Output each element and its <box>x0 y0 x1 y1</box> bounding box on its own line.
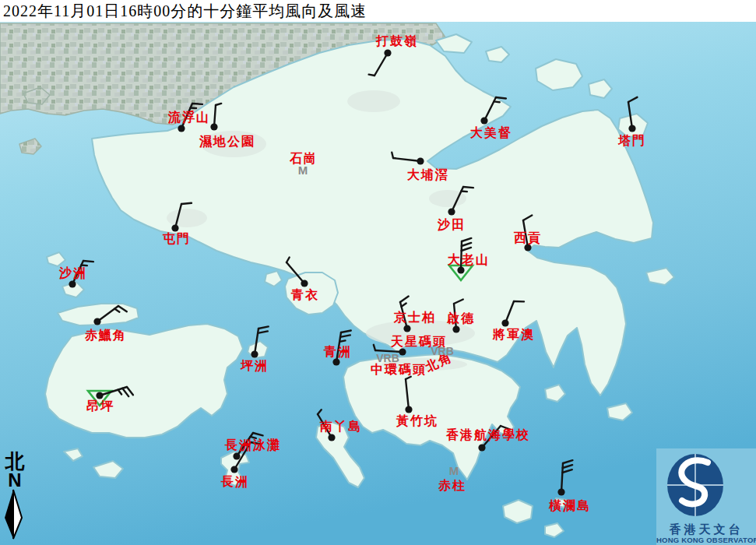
variable-wind-marker: VRB <box>376 352 399 364</box>
station-label: 啟德 <box>446 311 475 325</box>
station-dot <box>210 123 217 130</box>
station-label: 青洲 <box>323 344 352 359</box>
compass-needle-icon <box>2 489 28 540</box>
wind-barb-half <box>339 340 345 341</box>
no-data-marker: M <box>449 464 459 477</box>
hko-logo: 香港天文台 HONG KONG OBSERVATORY <box>656 448 756 545</box>
station-label: 長洲泳灘 <box>224 438 281 452</box>
station-label: 赤鱲角 <box>84 328 127 343</box>
station-dot <box>417 157 424 164</box>
station-dot <box>557 488 564 495</box>
station-label: 京士柏 <box>393 310 436 325</box>
station-label: 沙田 <box>437 217 466 232</box>
no-data-marker: M <box>298 164 308 177</box>
station-dot <box>452 325 459 332</box>
station-label: 大美督 <box>470 125 512 140</box>
wind-barb-full <box>496 97 506 98</box>
title-bar: 2022年11月01日16時00分的十分鐘平均風向及風速 <box>0 0 756 22</box>
wind-barb-full <box>463 187 473 188</box>
station-label: 香港航海學校 <box>445 427 530 442</box>
station-dot <box>448 208 455 215</box>
station-dot <box>480 117 487 124</box>
station-label: 屯門 <box>162 231 191 246</box>
station-label: 青衣 <box>290 287 319 302</box>
station-dot <box>403 325 410 332</box>
station-label: 昂坪 <box>86 399 114 413</box>
station-label: 流浮山 <box>167 110 210 125</box>
hko-logo-icon <box>656 448 756 522</box>
station-label: 濕地公園 <box>199 134 255 149</box>
hko-logo-name-zh: 香港天文台 <box>656 523 756 536</box>
station-dot <box>332 358 339 365</box>
station-label: 沙洲 <box>58 265 87 280</box>
wind-barb-full <box>192 104 202 104</box>
wind-barb-half <box>461 191 466 192</box>
station-dot <box>457 266 464 273</box>
wind-barb-half <box>392 153 393 158</box>
station-label: 打鼓嶺 <box>375 33 418 48</box>
station-dot <box>301 280 308 287</box>
station-label: 西貢 <box>513 230 542 245</box>
station-dot <box>93 318 100 325</box>
wind-barb-full <box>83 261 93 262</box>
station-dot <box>230 466 237 473</box>
hong-kong-map: 打鼓嶺流浮山濕地公園大美督塔門大埔滘沙田西貢大老山沙洲屯門青衣赤鱲角昂坪坪洲青洲… <box>0 0 756 545</box>
station-label: 黃竹坑 <box>396 413 438 428</box>
station-dot <box>501 319 508 326</box>
north-compass: 北 N <box>2 452 28 543</box>
hko-logo-name-en: HONG KONG OBSERVATORY <box>656 536 756 544</box>
page-title: 2022年11月01日16時00分的十分鐘平均風向及風速 <box>0 1 367 22</box>
station-label: 南丫島 <box>319 419 362 434</box>
station-dot <box>384 49 391 56</box>
station-dot <box>399 348 406 355</box>
compass-north-en: N <box>2 472 28 489</box>
station-label: 長洲 <box>220 474 249 489</box>
station-label: 坪洲 <box>240 358 269 373</box>
station-dot <box>628 125 635 132</box>
station-label: 橫瀾島 <box>548 498 591 513</box>
station-dot <box>233 452 240 459</box>
station-dot <box>328 434 335 441</box>
station-label: 將軍澳 <box>492 327 535 342</box>
station-label: 大埔滘 <box>407 167 449 182</box>
variable-wind-marker: VRB <box>431 345 454 357</box>
station-label: 大老山 <box>448 252 490 267</box>
hko-wind-map-page: 2022年11月01日16時00分的十分鐘平均風向及風速 <box>0 0 756 545</box>
wind-barb-half <box>369 75 374 76</box>
wind-barb-half <box>494 101 499 102</box>
station-label: 塔門 <box>617 133 646 148</box>
station-dot <box>251 350 258 357</box>
wind-barb-full <box>181 203 192 204</box>
station-dot <box>178 125 185 132</box>
station-label: 赤柱 <box>438 478 466 493</box>
station-dot <box>69 280 76 287</box>
station-dot <box>405 406 412 413</box>
station-dot <box>478 444 485 451</box>
